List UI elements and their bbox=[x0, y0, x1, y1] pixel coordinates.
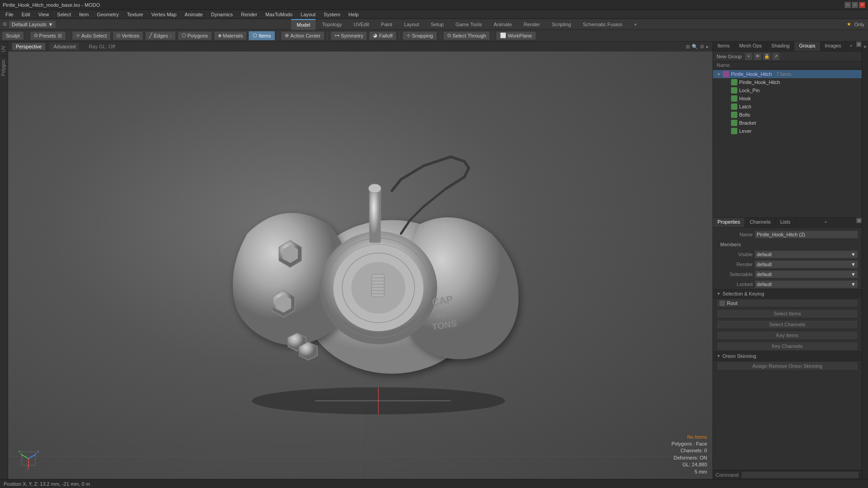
locked-select[interactable]: default ▼ bbox=[755, 280, 858, 288]
menu-maxtomodo[interactable]: MaxToModo bbox=[262, 11, 296, 18]
select-channels-button[interactable]: Select Channels bbox=[717, 320, 858, 329]
root-button[interactable]: Root bbox=[717, 299, 858, 307]
viewport-more-icon[interactable]: ▸ bbox=[706, 44, 709, 50]
tree-item-latch[interactable]: Latch bbox=[713, 103, 862, 111]
selection-keying-header[interactable]: ▼ Selection & Keying bbox=[713, 289, 862, 298]
window-title: Pintle_Hook_Hitch_modo_base.lxo - MODO bbox=[3, 2, 100, 8]
workplane-button[interactable]: ⬜ WorkPlane bbox=[496, 31, 536, 40]
auto-select-button[interactable]: ⊹ Auto Select bbox=[72, 31, 111, 40]
panel-tab-shading[interactable]: Shading bbox=[767, 42, 794, 51]
select-through-button[interactable]: ⊙ Select Through bbox=[443, 31, 490, 40]
tab-layout[interactable]: Layout bbox=[399, 19, 425, 30]
right-strip-item[interactable]: ▶ bbox=[862, 42, 868, 52]
viewport-zoom-in-icon[interactable]: 🔍 bbox=[692, 44, 698, 50]
tree-item-lock-pin[interactable]: Lock_Pin bbox=[713, 86, 862, 94]
panel-tab-mesh-ops[interactable]: Mesh Ops bbox=[735, 42, 767, 51]
menu-render[interactable]: Render bbox=[237, 11, 261, 18]
viewport-settings-icon[interactable]: ⚙ bbox=[700, 44, 704, 50]
menu-file[interactable]: File bbox=[2, 11, 17, 18]
tab-topology[interactable]: Topology bbox=[316, 19, 347, 30]
vertices-button[interactable]: ◇ Vertices bbox=[113, 31, 143, 40]
tab-add[interactable]: + bbox=[821, 218, 830, 227]
layout-dropdown[interactable]: Default Layouts ▼ bbox=[9, 20, 56, 28]
groups-tool-new[interactable]: + bbox=[745, 52, 753, 61]
tree-item-bolts[interactable]: Bolts bbox=[713, 111, 862, 119]
maximize-button[interactable]: □ bbox=[852, 2, 858, 8]
tab-scripting[interactable]: Scripting bbox=[546, 19, 576, 30]
onion-skinning-header[interactable]: ▼ Onion Skinning bbox=[713, 352, 862, 361]
panel-tab-images[interactable]: Images bbox=[821, 42, 846, 51]
minimize-button[interactable]: ─ bbox=[844, 2, 851, 8]
edges-button[interactable]: ╱ Edges 3 bbox=[145, 31, 175, 40]
command-input[interactable] bbox=[741, 471, 859, 479]
tab-render[interactable]: Render bbox=[518, 19, 545, 30]
menu-item[interactable]: Item bbox=[75, 11, 92, 18]
materials-button[interactable]: ◈ Materials bbox=[214, 31, 247, 40]
action-center-button[interactable]: ⊕ Action Center bbox=[281, 31, 325, 40]
menu-edit[interactable]: Edit bbox=[18, 11, 34, 18]
tree-item-hook[interactable]: Hook bbox=[713, 94, 862, 103]
svg-text:Z: Z bbox=[27, 466, 29, 470]
sculpt-button[interactable]: Sculpt bbox=[2, 31, 24, 40]
tab-properties[interactable]: Properties bbox=[713, 218, 745, 227]
viewport-tab-perspective[interactable]: Perspective bbox=[12, 42, 46, 51]
tab-setup[interactable]: Setup bbox=[425, 19, 449, 30]
menu-texture[interactable]: Texture bbox=[123, 11, 147, 18]
groups-tool-lock[interactable]: 🔒 bbox=[763, 52, 771, 61]
menu-system[interactable]: System bbox=[320, 11, 344, 18]
panel-expand-button[interactable]: ⊟ bbox=[856, 42, 862, 47]
sidebar-tab-uv[interactable]: UV bbox=[0, 42, 8, 56]
action-center-icon: ⊕ bbox=[285, 33, 289, 38]
items-button[interactable]: ⬡ Items bbox=[249, 31, 275, 40]
groups-tool-eye[interactable]: 👁 bbox=[754, 52, 762, 61]
menu-help[interactable]: Help bbox=[345, 11, 363, 18]
groups-tool-select[interactable]: ↗ bbox=[772, 52, 780, 61]
tab-animate[interactable]: Animate bbox=[488, 19, 517, 30]
selectable-select[interactable]: default ▼ bbox=[755, 270, 858, 278]
symmetry-button[interactable]: ⊶ Symmetry bbox=[330, 31, 368, 40]
tab-lists[interactable]: Lists bbox=[776, 218, 796, 227]
menu-dynamics[interactable]: Dynamics bbox=[208, 11, 236, 18]
sidebar-tab-polygon[interactable]: Polygon bbox=[0, 56, 8, 80]
panel-tab-add[interactable]: + bbox=[847, 42, 855, 51]
tab-channels[interactable]: Channels bbox=[745, 218, 775, 227]
snapping-button[interactable]: ⊹ Snapping bbox=[402, 31, 437, 40]
menu-view[interactable]: View bbox=[35, 11, 53, 18]
svg-text:30: 30 bbox=[434, 308, 447, 321]
menu-select[interactable]: Select bbox=[53, 11, 75, 18]
tree-item-pintle-root[interactable]: ▼ Pintle_Hook_Hitch 7 Items bbox=[713, 70, 862, 78]
tree-item-lever[interactable]: Lever bbox=[713, 127, 862, 135]
falloff-button[interactable]: ◕ Falloff bbox=[369, 31, 396, 40]
viewport[interactable]: Perspective Advanced Ray GL: Off ⊞ 🔍 ⚙ ▸ bbox=[8, 42, 712, 479]
viewport-tab-advanced[interactable]: Advanced bbox=[49, 42, 80, 51]
tree-item-pintle-hook[interactable]: Pintle_Hook_Hitch bbox=[713, 78, 862, 86]
menu-geometry[interactable]: Geometry bbox=[93, 11, 122, 18]
polygons-button[interactable]: ⬡ Polygons bbox=[178, 31, 212, 40]
menu-animate[interactable]: Animate bbox=[181, 11, 206, 18]
command-bar: Command bbox=[713, 470, 862, 479]
panel-tab-items[interactable]: Items bbox=[713, 42, 735, 51]
name-input[interactable] bbox=[755, 230, 858, 239]
assign-onion-button[interactable]: Assign Remove Onion Skinning bbox=[717, 361, 858, 371]
tree-item-bracket[interactable]: Bracket bbox=[713, 119, 862, 127]
select-items-button[interactable]: Select Items bbox=[717, 309, 858, 318]
close-button[interactable]: ✕ bbox=[859, 2, 865, 8]
render-select[interactable]: default ▼ bbox=[755, 260, 858, 268]
tab-paint[interactable]: Paint bbox=[376, 19, 398, 30]
viewport-maximize-icon[interactable]: ⊞ bbox=[686, 44, 690, 50]
mode-tabs-bar: ⊞ Default Layouts ▼ Model Topology UVEdi… bbox=[0, 19, 868, 30]
viewport-controls: ⊞ 🔍 ⚙ ▸ bbox=[686, 44, 709, 50]
visible-select[interactable]: default ▼ bbox=[755, 250, 858, 258]
tab-game-tools[interactable]: Game Tools bbox=[450, 19, 487, 30]
tab-add[interactable]: + bbox=[629, 19, 642, 30]
presets-button[interactable]: ⊙ Presets ▦ bbox=[30, 31, 66, 40]
panel-tab-groups[interactable]: Groups bbox=[794, 42, 820, 51]
tab-model[interactable]: Model bbox=[291, 19, 316, 30]
prop-expand-button[interactable]: ⊟ bbox=[856, 218, 862, 223]
key-channels-button[interactable]: Key Channels bbox=[717, 342, 858, 351]
menu-layout[interactable]: Layout bbox=[297, 11, 319, 18]
key-items-button[interactable]: Key Items bbox=[717, 331, 858, 340]
menu-vertex-map[interactable]: Vertex Map bbox=[148, 11, 180, 18]
tab-schematic-fusion[interactable]: Schematic Fusion bbox=[577, 19, 627, 30]
tab-uvedit[interactable]: UVEdit bbox=[348, 19, 374, 30]
